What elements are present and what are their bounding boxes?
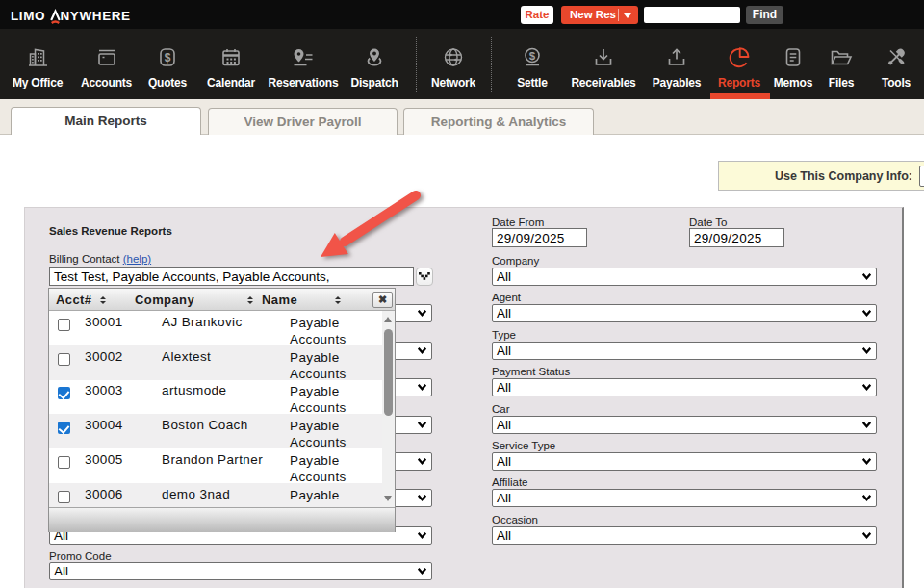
svg-text:$: $	[529, 50, 536, 62]
